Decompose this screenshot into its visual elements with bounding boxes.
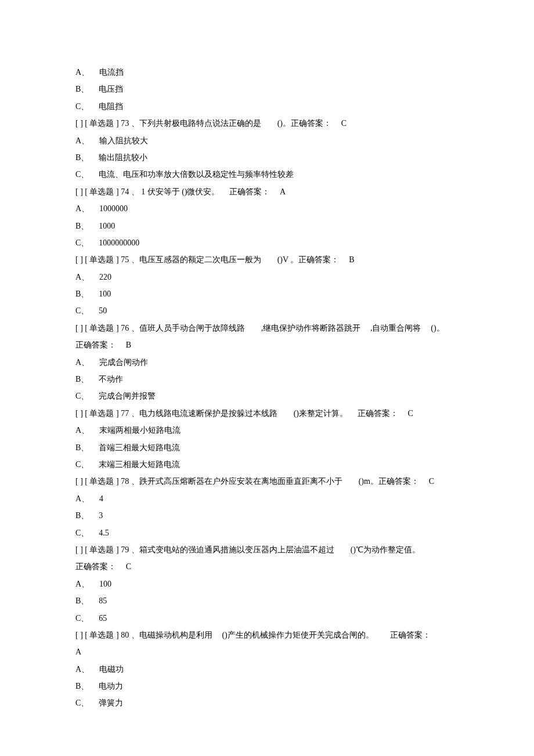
option-line: C、完成合闸并报警 (75, 388, 459, 404)
option-label: A、 (75, 494, 89, 503)
question-text: [ ] [ 单选题 ] 80 、电磁操动机构是利用 (75, 631, 212, 639)
answer-label: 正确答案： (390, 631, 431, 639)
option-line: A、220 (75, 269, 459, 285)
option-text: 100 (99, 290, 111, 298)
option-label: B、 (75, 375, 89, 384)
option-text: 电阻挡 (99, 102, 123, 111)
answer: B (349, 255, 354, 264)
option-label: C、 (75, 699, 89, 707)
answer: C (341, 119, 347, 128)
question-line: A (75, 643, 459, 660)
option-line: C、弹簧力 (75, 694, 459, 711)
option-label: A、 (75, 68, 89, 77)
option-line: B、3 (75, 507, 459, 524)
question-line: [ ] [ 单选题 ] 74 、 1 伏安等于 ()微伏安。正确答案：A (75, 183, 459, 200)
option-line: A、完成合闸动作 (75, 354, 459, 371)
option-text: 100 (99, 580, 111, 588)
question-blank: ()℃为动作整定值。 (351, 545, 420, 554)
option-label: A、 (75, 273, 89, 281)
option-text: 1000000000 (99, 238, 139, 247)
option-line: A、输入阻抗较大 (75, 132, 459, 149)
option-text: 1000000 (99, 204, 128, 213)
question-line: [ ] [ 单选题 ] 78 、跌开式高压熔断器在户外应安装在离地面垂直距离不小… (75, 473, 459, 490)
option-text: 电动力 (99, 682, 123, 690)
question-blank: ()产生的机械操作力矩使开关完成合闸的。 (222, 631, 373, 639)
question-mid: ,自动重合闸将 (370, 324, 421, 332)
option-line: C、1000000000 (75, 234, 459, 251)
option-line: A、电磁功 (75, 661, 459, 678)
question-line: [ ] [ 单选题 ] 75 、电压互感器的额定二次电压一般为()V 。正确答案… (75, 251, 459, 268)
option-label: B、 (75, 596, 89, 605)
answer-label: 正确答案： (358, 409, 398, 418)
option-text: 末端三相最大短路电流 (99, 460, 180, 469)
option-text: 65 (99, 614, 107, 623)
question-text: [ ] [ 单选题 ] 75 、电压互感器的额定二次电压一般为 (75, 255, 261, 264)
option-text: 3 (99, 511, 103, 520)
option-label: C、 (75, 170, 89, 179)
question-text: [ ] [ 单选题 ] 76 、值班人员手动合闸于故障线路 (75, 324, 245, 332)
option-label: C、 (75, 460, 89, 469)
answer: C (429, 477, 434, 486)
answer-label: 正确答案： (75, 341, 116, 349)
option-label: C、 (75, 238, 89, 247)
option-label: A、 (75, 204, 89, 213)
question-text: [ ] [ 单选题 ] 78 、跌开式高压熔断器在户外应安装在离地面垂直距离不小… (75, 477, 342, 486)
question-line: 正确答案：B (75, 337, 459, 353)
option-line: C、50 (75, 302, 459, 319)
option-label: C、 (75, 392, 89, 400)
option-label: A、 (75, 358, 89, 367)
question-text: [ ] [ 单选题 ] 74 、 1 伏安等于 ()微伏安。 (75, 187, 219, 196)
question-blank: ()V 。正确答案： (277, 255, 340, 264)
question-line: 正确答案：C (75, 558, 459, 575)
option-text: 电压挡 (99, 85, 123, 93)
option-line: B、1000 (75, 218, 459, 234)
option-line: A、4 (75, 490, 459, 507)
option-line: A、100 (75, 576, 459, 592)
option-line: B、不动作 (75, 371, 459, 388)
option-line: A、电流挡 (75, 64, 459, 81)
option-label: B、 (75, 511, 89, 520)
answer: C (408, 409, 413, 418)
option-text: 4 (99, 494, 103, 503)
answer-label: 正确答案： (229, 187, 270, 196)
option-line: A、1000000 (75, 200, 459, 217)
question-blank: ()m。正确答案： (359, 477, 419, 486)
option-label: B、 (75, 85, 89, 93)
option-text: 不动作 (99, 375, 123, 384)
question-blank: ()来整定计算。 (294, 409, 348, 418)
question-line: [ ] [ 单选题 ] 73 、下列共射极电路特点说法正确的是()。正确答案：C (75, 115, 459, 132)
option-label: C、 (75, 529, 89, 537)
option-line: B、85 (75, 592, 459, 609)
option-line: B、电动力 (75, 678, 459, 694)
option-text: 输入阻抗较大 (99, 136, 148, 145)
option-line: B、电压挡 (75, 81, 459, 97)
option-text: 50 (99, 306, 107, 315)
option-line: C、65 (75, 610, 459, 627)
question-line: [ ] [ 单选题 ] 79 、箱式变电站的强迫通风措施以变压器内上层油温不超过… (75, 541, 459, 558)
option-text: 完成合闸并报警 (99, 392, 156, 400)
option-line: B、100 (75, 285, 459, 302)
option-label: B、 (75, 682, 89, 690)
option-label: B、 (75, 290, 89, 298)
option-line: C、电流、电压和功率放大倍数以及稳定性与频率特性较差 (75, 166, 459, 183)
option-label: A、 (75, 426, 89, 435)
document-page: A、电流挡 B、电压挡 C、电阻挡 [ ] [ 单选题 ] 73 、下列共射极电… (0, 0, 534, 747)
option-line: A、末端两相最小短路电流 (75, 422, 459, 439)
option-text: 输出阻抗较小 (99, 153, 147, 162)
option-line: C、末端三相最大短路电流 (75, 456, 459, 473)
question-mid: ,继电保护动作将断路器跳开 (261, 324, 361, 332)
answer: A (75, 648, 81, 656)
option-line: C、电阻挡 (75, 98, 459, 115)
option-text: 完成合闸动作 (99, 358, 148, 367)
question-line: [ ] [ 单选题 ] 76 、值班人员手动合闸于故障线路,继电保护动作将断路器… (75, 320, 459, 337)
option-line: B、首端三相最大短路电流 (75, 439, 459, 456)
option-text: 220 (99, 273, 111, 281)
question-line: [ ] [ 单选题 ] 80 、电磁操动机构是利用()产生的机械操作力矩使开关完… (75, 627, 459, 643)
option-label: C、 (75, 102, 89, 111)
question-tail: ()。 (431, 324, 444, 332)
option-label: B、 (75, 222, 89, 230)
answer: B (126, 341, 131, 349)
answer-label: 正确答案： (75, 562, 116, 571)
option-text: 1000 (99, 222, 115, 230)
option-text: 电流、电压和功率放大倍数以及稳定性与频率特性较差 (99, 170, 294, 179)
